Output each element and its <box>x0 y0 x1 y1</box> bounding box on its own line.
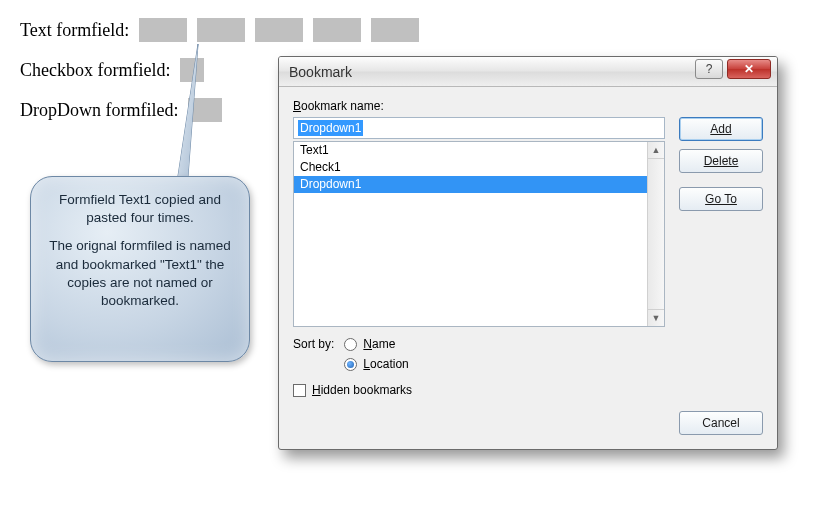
list-item[interactable]: Check1 <box>294 159 647 176</box>
text-formfield-row: Text formfield: <box>20 18 425 42</box>
radio-icon <box>344 338 357 351</box>
dropdown-formfield-label: DropDown formfiled: <box>20 100 178 121</box>
cancel-button-label: Cancel <box>702 416 739 430</box>
sort-location-radio[interactable]: Location <box>344 357 408 371</box>
goto-button-label: Go To <box>705 192 737 206</box>
list-item[interactable]: Text1 <box>294 142 647 159</box>
scrollbar[interactable]: ▲ ▼ <box>647 142 664 326</box>
add-button[interactable]: Add <box>679 117 763 141</box>
checkbox-formfield-label: Checkbox formfield: <box>20 60 170 81</box>
text-formfield-1[interactable] <box>139 18 187 42</box>
text-formfield-2[interactable] <box>197 18 245 42</box>
text-formfield-label: Text formfield: <box>20 20 129 41</box>
dialog-title: Bookmark <box>289 64 352 80</box>
bookmark-name-value: Dropdown1 <box>298 120 363 136</box>
callout: Formfield Text1 copied and pasted four t… <box>30 176 250 362</box>
bookmark-name-label: Bookmark name: <box>293 99 763 113</box>
callout-text-1: Formfield Text1 copied and pasted four t… <box>43 191 237 227</box>
close-button[interactable]: ✕ <box>727 59 771 79</box>
cancel-button[interactable]: Cancel <box>679 411 763 435</box>
left-column: Dropdown1 Text1 Check1 Dropdown1 ▲ ▼ <box>293 117 665 327</box>
list-item[interactable]: Dropdown1 <box>294 176 647 193</box>
delete-button-label: Delete <box>704 154 739 168</box>
text-formfield-3[interactable] <box>255 18 303 42</box>
hidden-bookmarks-row: Hidden bookmarks <box>293 383 763 397</box>
checkbox-formfield[interactable] <box>180 58 204 82</box>
right-column: Add Delete Go To <box>679 117 763 327</box>
sort-radio-group: Name Location <box>344 337 408 371</box>
hidden-bookmarks-label: Hidden bookmarks <box>312 383 412 397</box>
scroll-down-icon[interactable]: ▼ <box>648 309 664 326</box>
radio-icon <box>344 358 357 371</box>
bookmark-dialog: Bookmark ? ✕ Bookmark name: Dropdown1 Te… <box>278 56 778 450</box>
text-formfield-4[interactable] <box>313 18 361 42</box>
dialog-body: Bookmark name: Dropdown1 Text1 Check1 Dr… <box>279 87 777 449</box>
window-buttons: ? ✕ <box>695 59 771 79</box>
main-row: Dropdown1 Text1 Check1 Dropdown1 ▲ ▼ Add <box>293 117 763 327</box>
sort-by-label: Sort by: <box>293 337 334 351</box>
dropdown-formfield[interactable] <box>188 98 222 122</box>
dialog-footer: Cancel <box>293 411 763 435</box>
bookmark-listbox[interactable]: Text1 Check1 Dropdown1 ▲ ▼ <box>293 141 665 327</box>
text-formfield-5[interactable] <box>371 18 419 42</box>
delete-button[interactable]: Delete <box>679 149 763 173</box>
dialog-titlebar: Bookmark ? ✕ <box>279 57 777 87</box>
bookmark-name-input[interactable]: Dropdown1 <box>293 117 665 139</box>
sort-name-radio[interactable]: Name <box>344 337 408 351</box>
add-button-label: Add <box>710 122 731 136</box>
hidden-bookmarks-checkbox[interactable] <box>293 384 306 397</box>
sort-location-label: Location <box>363 357 408 371</box>
sort-row: Sort by: Name Location <box>293 337 763 371</box>
sort-name-label: Name <box>363 337 395 351</box>
scroll-up-icon[interactable]: ▲ <box>648 142 664 159</box>
help-button[interactable]: ? <box>695 59 723 79</box>
close-icon: ✕ <box>744 62 754 76</box>
help-icon: ? <box>706 62 713 76</box>
callout-text-2: The orignal formfiled is named and bookm… <box>43 237 237 310</box>
goto-button[interactable]: Go To <box>679 187 763 211</box>
